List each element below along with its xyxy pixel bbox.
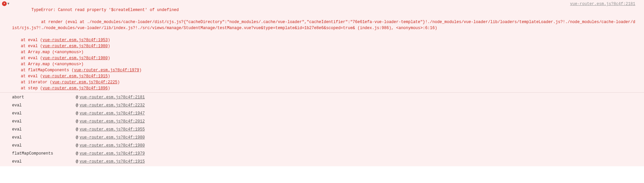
trace-source-link[interactable]: vue-router.esm.js?8c4f:1915 xyxy=(79,158,145,166)
error-icon: ✕ xyxy=(2,1,7,6)
stack-link[interactable]: vue-router.esm.js?8c4f:1915 xyxy=(43,74,108,79)
trace-function-name: flatMapComponents xyxy=(12,150,76,158)
trace-row: eval@vue-router.esm.js?8c4f:2232 xyxy=(12,101,636,109)
trace-function-name: eval xyxy=(12,101,76,109)
trace-source-link[interactable]: vue-router.esm.js?8c4f:1980 xyxy=(79,142,145,150)
trace-source-link[interactable]: vue-router.esm.js?8c4f:2181 xyxy=(79,93,145,101)
trace-row: eval@vue-router.esm.js?8c4f:1915 xyxy=(12,158,636,166)
trace-row: eval@vue-router.esm.js?8c4f:1955 xyxy=(12,125,636,133)
trace-source-link[interactable]: vue-router.esm.js?8c4f:1955 xyxy=(79,125,145,133)
trace-source-link[interactable]: vue-router.esm.js?8c4f:2012 xyxy=(79,117,145,125)
stack-frame: at iterator (vue-router.esm.js?8c4f:2225… xyxy=(9,79,636,85)
stack-frame: at eval (vue-router.esm.js?8c4f:1980) xyxy=(9,43,636,49)
trace-at-symbol: @ xyxy=(76,93,78,101)
console-error-message: ✕ ▼ vue-router.esm.js?8c4f:2181 TypeErro… xyxy=(0,0,644,93)
trace-function-name: eval xyxy=(12,117,76,125)
trace-at-symbol: @ xyxy=(76,125,78,133)
trace-at-symbol: @ xyxy=(76,133,78,142)
trace-function-name: eval xyxy=(12,142,76,150)
stack-link[interactable]: vue-router.esm.js?8c4f:1979 xyxy=(74,68,139,73)
stack-frame: at eval (vue-router.esm.js?8c4f:1953) xyxy=(9,37,636,43)
stack-frame: at Array.map (<anonymous>) xyxy=(9,61,636,67)
stack-frame: at eval (vue-router.esm.js?8c4f:1915) xyxy=(9,73,636,79)
stack-link[interactable]: index.js:986 xyxy=(360,26,389,30)
trace-function-name: abort xyxy=(12,93,76,101)
stack-link[interactable]: vue-router.esm.js?8c4f:1896 xyxy=(43,86,108,91)
error-source-link[interactable]: vue-router.esm.js?8c4f:2181 xyxy=(570,1,635,7)
stack-link[interactable]: vue-router.esm.js?8c4f:1980 xyxy=(43,56,108,61)
stack-link[interactable]: vue-router.esm.js?8c4f:2225 xyxy=(52,80,117,85)
trace-at-symbol: @ xyxy=(76,158,78,166)
trace-source-link[interactable]: vue-router.esm.js?8c4f:1979 xyxy=(79,150,145,158)
error-message-body: TypeError: Cannot read property '$create… xyxy=(9,1,636,37)
trace-row: flatMapComponents@vue-router.esm.js?8c4f… xyxy=(12,150,636,158)
trace-source-link[interactable]: vue-router.esm.js?8c4f:2232 xyxy=(79,101,145,109)
trace-at-symbol: @ xyxy=(76,150,78,158)
trace-row: eval@vue-router.esm.js?8c4f:2012 xyxy=(12,117,636,125)
trace-function-name: eval xyxy=(12,158,76,166)
trace-function-name: eval xyxy=(12,125,76,133)
trace-at-symbol: @ xyxy=(76,117,78,125)
trace-source-link[interactable]: vue-router.esm.js?8c4f:1947 xyxy=(79,109,145,117)
trace-row: eval@vue-router.esm.js?8c4f:1947 xyxy=(12,109,636,117)
trace-at-symbol: @ xyxy=(76,142,78,150)
console-scroll-region[interactable]: ✕ ▼ vue-router.esm.js?8c4f:2181 TypeErro… xyxy=(0,0,644,183)
trace-row: eval@vue-router.esm.js?8c4f:1980 xyxy=(12,142,636,150)
trace-at-symbol: @ xyxy=(76,101,78,109)
trace-source-link[interactable]: vue-router.esm.js?8c4f:1980 xyxy=(79,133,145,142)
error-title: TypeError: Cannot read property '$create… xyxy=(32,8,179,12)
stack-trace: at eval (vue-router.esm.js?8c4f:1953)at … xyxy=(9,37,636,91)
stack-frame: at step (vue-router.esm.js?8c4f:1896) xyxy=(9,85,636,91)
stack-frame: at Array.map (<anonymous>) xyxy=(9,49,636,55)
stack-frame: at flatMapComponents (vue-router.esm.js?… xyxy=(9,67,636,73)
trace-function-name: eval xyxy=(12,109,76,117)
stack-link[interactable]: vue-router.esm.js?8c4f:1980 xyxy=(43,44,108,49)
trace-row: eval@vue-router.esm.js?8c4f:1980 xyxy=(12,133,636,142)
async-stack-trace-table: abort@vue-router.esm.js?8c4f:2181eval@vu… xyxy=(0,93,644,166)
trace-function-name: eval xyxy=(12,133,76,142)
trace-at-symbol: @ xyxy=(76,109,78,117)
devtools-console: ✕ ▼ vue-router.esm.js?8c4f:2181 TypeErro… xyxy=(0,0,644,183)
stack-frame: at eval (vue-router.esm.js?8c4f:1980) xyxy=(9,55,636,61)
trace-row: abort@vue-router.esm.js?8c4f:2181 xyxy=(12,93,636,101)
stack-render-line: at render (eval at ./node_modules/cache-… xyxy=(12,20,635,30)
stack-link[interactable]: vue-router.esm.js?8c4f:1953 xyxy=(43,38,108,42)
disclosure-triangle-icon[interactable]: ▼ xyxy=(7,1,9,7)
